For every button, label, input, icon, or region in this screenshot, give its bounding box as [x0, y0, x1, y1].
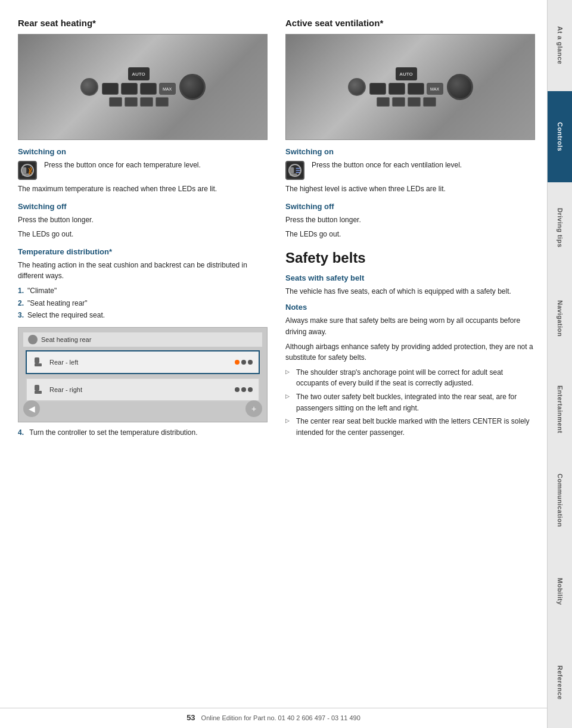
rear-seat-heating-image: AUTO MAX [18, 34, 268, 140]
safety-belts-title: Safety belts [285, 250, 535, 266]
footer-text: Online Edition for Part no. 01 40 2 606 … [201, 714, 360, 721]
vent-auto-button: AUTO [396, 67, 417, 80]
panel-btn1 [102, 83, 119, 95]
vent-small-btn2 [392, 97, 405, 107]
page-footer: 53 Online Edition for Part no. 01 40 2 6… [0, 708, 547, 722]
notes-bullet-list: The shoulder strap's anchorage point wil… [285, 367, 535, 438]
panel-small-btn4 [156, 97, 169, 107]
screen-header-text: Seat heating rear [41, 336, 91, 343]
sidebar-item-navigation[interactable]: Navigation [547, 273, 572, 364]
svg-rect-7 [290, 173, 297, 176]
bullet-item-2: The two outer safety belt buckles, integ… [285, 391, 535, 413]
led1 [235, 360, 240, 365]
rear-left-label: Rear - left [49, 359, 78, 366]
step4-num: 4. [18, 428, 24, 437]
seats-text: The vehicle has five seats, each of whic… [285, 286, 535, 297]
vent-panel-btn2 [388, 83, 405, 95]
nav-left-btn[interactable]: ◀ [23, 400, 40, 417]
rear-right-label: Rear - right [49, 386, 82, 393]
sidebar-item-controls[interactable]: Controls [547, 91, 572, 182]
bullet-item-1: The shoulder strap's anchorage point wil… [285, 367, 535, 389]
switching-off-left-text1: Press the button longer. [18, 214, 268, 226]
sidebar-item-communication[interactable]: Communication [547, 455, 572, 546]
switching-on-right-text: Press the button once for each ventilati… [312, 160, 462, 171]
vent-panel-btn1 [369, 83, 386, 95]
svg-rect-4 [35, 385, 39, 391]
nav-plus-btn[interactable]: + [245, 400, 262, 417]
svg-rect-5 [35, 391, 42, 394]
left-section-title: Rear seat heating* [18, 18, 268, 28]
step4-text: 4. Turn the controller to set the temper… [18, 427, 268, 438]
step-1: 1."Climate" [18, 285, 268, 297]
seat-right-icon [33, 382, 45, 397]
temp-dist-title: Temperature distribution* [18, 247, 268, 256]
led3 [248, 360, 253, 365]
notes-text2: Although airbags enhance safety by provi… [285, 341, 535, 363]
right-section-title: Active seat ventilation* [285, 18, 535, 28]
step-3: 3.Select the required seat. [18, 310, 268, 321]
led4 [235, 387, 240, 392]
switching-off-right-title: Switching off [285, 202, 535, 211]
switching-off-right-text1: Press the button longer. [285, 214, 535, 226]
vent-panel-knob-right [447, 74, 473, 100]
switching-on-left-title: Switching on [18, 147, 268, 156]
svg-rect-3 [35, 363, 42, 366]
vent-panel-btn4: MAX [427, 83, 443, 95]
panel-btn3 [140, 83, 157, 95]
sidebar-item-entertainment[interactable]: Entertainment [547, 364, 572, 455]
seat-heating-screen: Seat heating rear Rear - left [18, 327, 268, 422]
svg-rect-6 [290, 167, 294, 174]
max-temp-text: The maximum temperature is reached when … [18, 183, 268, 195]
switching-on-left-block: Press the button once for each temperatu… [18, 160, 268, 180]
vent-small-btn3 [408, 97, 421, 107]
screen-content: Rear - left Rea [23, 350, 262, 402]
vent-panel-btn3 [408, 83, 424, 95]
seat-vent-icon [285, 161, 304, 180]
step4-desc: Turn the controller to set the temperatu… [29, 428, 197, 437]
panel-small-btn2 [125, 97, 138, 107]
panel-small-btn1 [109, 97, 122, 107]
screen-header-icon [28, 335, 38, 344]
active-ventilation-image: AUTO MAX [285, 34, 535, 140]
sidebar-item-mobility[interactable]: Mobility [547, 546, 572, 637]
panel-knob-left [80, 78, 98, 96]
page-number: 53 [186, 713, 195, 722]
sidebar-item-at-a-glance[interactable]: At a glance [547, 0, 572, 91]
vent-small-btn4 [423, 97, 436, 107]
switching-off-left-title: Switching off [18, 202, 268, 211]
vent-small-btn1 [377, 97, 390, 107]
panel-knob-right [179, 74, 206, 100]
switching-off-left-text2: The LEDs go out. [18, 229, 268, 240]
seats-with-belt-title: Seats with safety belt [285, 273, 535, 282]
sidebar-item-reference[interactable]: Reference [547, 637, 572, 728]
panel-btn4: MAX [159, 83, 176, 95]
led2 [241, 360, 246, 365]
screen-nav-controls: ◀ + [18, 400, 267, 417]
sidebar-item-driving-tips[interactable]: Driving tips [547, 182, 572, 273]
panel-btn2 [121, 83, 138, 95]
rear-left-row: Rear - left [26, 350, 260, 374]
sidebar: At a glance Controls Driving tips Naviga… [547, 0, 572, 728]
temp-dist-steps: 1."Climate" 2."Seat heating rear" 3.Sele… [18, 285, 268, 321]
switching-on-right-title: Switching on [285, 147, 535, 156]
svg-rect-1 [22, 173, 29, 176]
switching-on-left-text: Press the button once for each temperatu… [44, 160, 201, 171]
notes-text1: Always make sure that safety belts are b… [285, 315, 535, 337]
screen-header: Seat heating rear [23, 332, 262, 347]
bullet-item-3: The center rear seat belt buckle marked … [285, 416, 535, 438]
notes-title: Notes [285, 303, 535, 312]
highest-level-text: The highest level is active when three L… [285, 183, 535, 195]
temp-dist-intro: The heating action in the seat cushion a… [18, 260, 268, 282]
switching-on-right-block: Press the button once for each ventilati… [285, 160, 535, 180]
step-2: 2."Seat heating rear" [18, 298, 268, 309]
rear-right-row: Rear - right [26, 378, 260, 402]
seat-left-icon [33, 355, 45, 369]
vent-panel-knob-left [348, 78, 366, 96]
panel-small-btn3 [140, 97, 153, 107]
svg-rect-0 [22, 167, 26, 174]
switching-off-right-text2: The LEDs go out. [285, 229, 535, 240]
led5 [241, 387, 246, 392]
svg-rect-2 [35, 357, 39, 363]
led6 [248, 387, 253, 392]
seat-heat-icon [18, 161, 37, 180]
